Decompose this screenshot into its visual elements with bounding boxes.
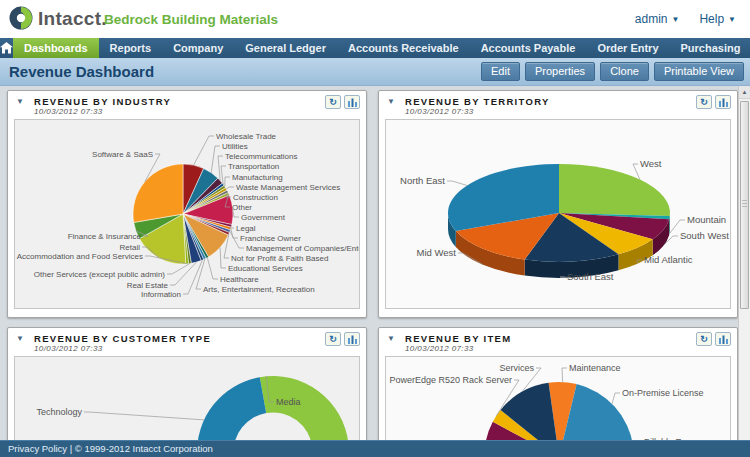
panel-timestamp: 10/03/2012 07:33 — [405, 107, 474, 116]
panel-title: REVENUE BY CUSTOMER TYPE — [34, 333, 211, 344]
panel-revenue-by-territory: ▼ REVENUE BY TERRITORY 10/03/2012 07:33 … — [378, 90, 738, 318]
svg-text:Waste Management Services: Waste Management Services — [236, 183, 340, 192]
page-scrollbar[interactable]: ▲ — [738, 86, 750, 440]
panel-title: REVENUE BY TERRITORY — [405, 96, 550, 107]
svg-text:Finance & Insurance: Finance & Insurance — [68, 232, 142, 241]
scrollbar-up-arrow-icon[interactable]: ▲ — [739, 86, 750, 99]
chart-revenue-by-customer-type[interactable]: MediaTechnology — [14, 356, 360, 446]
svg-text:Retail: Retail — [120, 243, 141, 252]
chart-revenue-by-industry[interactable]: Wholesale TradeUtilitiesTelecommunicatio… — [14, 119, 360, 309]
refresh-icon[interactable]: ↻ — [325, 95, 341, 109]
chevron-down-icon: ▼ — [671, 15, 679, 24]
panel-header: ▼ REVENUE BY TERRITORY 10/03/2012 07:33 … — [379, 91, 737, 119]
nav-tab-dashboards[interactable]: Dashboards — [13, 38, 99, 58]
nav-tab-reports[interactable]: Reports — [99, 38, 163, 58]
svg-text:Mountain: Mountain — [687, 214, 726, 225]
nav-tab-general-ledger[interactable]: General Ledger — [234, 38, 337, 58]
svg-text:Services: Services — [499, 363, 534, 373]
panel-revenue-by-item: ▼ REVENUE BY ITEM 10/03/2012 07:33 ↻ Mai… — [378, 327, 738, 457]
nav-tab-company[interactable]: Company — [162, 38, 234, 58]
edit-button[interactable]: Edit — [481, 62, 520, 81]
svg-text:North East: North East — [400, 175, 445, 186]
dashboard-content: ▼ REVENUE BY INDUSTRY 10/03/2012 07:33 ↻… — [0, 86, 750, 457]
svg-text:Transportation: Transportation — [228, 162, 279, 171]
svg-text:Not for Profit & Faith Based: Not for Profit & Faith Based — [231, 254, 328, 263]
refresh-icon[interactable]: ↻ — [325, 332, 341, 346]
refresh-icon[interactable]: ↻ — [696, 332, 712, 346]
svg-text:Accommodation and Food Service: Accommodation and Food Services — [17, 252, 143, 261]
help-menu[interactable]: Help▼ — [699, 12, 736, 26]
chart-revenue-by-item[interactable]: MaintenanceOn-Premise LicenseBillable Ex… — [385, 356, 731, 446]
panel-timestamp: 10/03/2012 07:33 — [34, 107, 103, 116]
svg-text:Maintenance: Maintenance — [569, 363, 621, 373]
intacct-logo-icon — [8, 5, 34, 31]
svg-text:Manufacturing: Manufacturing — [232, 173, 283, 182]
nav-tab-purchasing[interactable]: Purchasing — [670, 38, 750, 58]
svg-text:Media: Media — [276, 397, 301, 407]
chart-type-icon[interactable] — [715, 95, 731, 109]
nav-tabs: DashboardsReportsCompanyGeneral LedgerAc… — [13, 38, 750, 58]
app-header: Intacct. Bedrock Building Materials admi… — [0, 0, 750, 38]
printable-view-button[interactable]: Printable View — [654, 62, 744, 81]
svg-text:Construction: Construction — [233, 193, 278, 202]
panel-title: REVENUE BY INDUSTRY — [34, 96, 171, 107]
user-menu-label: admin — [635, 12, 668, 26]
svg-text:Telecommunications: Telecommunications — [225, 152, 297, 161]
svg-text:Government: Government — [241, 213, 286, 222]
svg-text:PowerEdge R520 Rack Server: PowerEdge R520 Rack Server — [389, 375, 512, 385]
svg-text:Real Estate: Real Estate — [127, 281, 169, 290]
chart-type-icon[interactable] — [344, 95, 360, 109]
svg-text:Arts, Entertainment, Recreatio: Arts, Entertainment, Recreation — [203, 285, 315, 294]
company-name: Bedrock Building Materials — [104, 12, 278, 27]
panel-collapse-icon[interactable]: ▼ — [387, 334, 395, 343]
panel-header: ▼ REVENUE BY CUSTOMER TYPE 10/03/2012 07… — [8, 328, 366, 356]
clone-button[interactable]: Clone — [600, 62, 649, 81]
properties-button[interactable]: Properties — [525, 62, 595, 81]
svg-text:Management of Companies/Enterp: Management of Companies/Enterpri — [246, 244, 360, 253]
svg-text:Utilities: Utilities — [222, 142, 248, 151]
scrollbar-thumb[interactable] — [740, 101, 749, 309]
home-icon — [0, 42, 13, 54]
app-footer: Privacy Policy | © 1999-2012 Intacct Cor… — [0, 440, 750, 457]
panel-header: ▼ REVENUE BY ITEM 10/03/2012 07:33 ↻ — [379, 328, 737, 356]
svg-text:South West: South West — [680, 230, 729, 241]
svg-text:South East: South East — [567, 271, 614, 282]
intacct-app-window: Intacct. Bedrock Building Materials admi… — [0, 0, 750, 457]
footer-text[interactable]: Privacy Policy | © 1999-2012 Intacct Cor… — [8, 443, 213, 454]
panel-revenue-by-customer-type: ▼ REVENUE BY CUSTOMER TYPE 10/03/2012 07… — [7, 327, 367, 457]
svg-text:Software & SaaS: Software & SaaS — [92, 150, 153, 159]
panel-revenue-by-industry: ▼ REVENUE BY INDUSTRY 10/03/2012 07:33 ↻… — [7, 90, 367, 318]
chart-revenue-by-territory[interactable]: WestMountainSouth WestMid AtlanticSouth … — [385, 119, 731, 309]
user-menu[interactable]: admin▼ — [635, 12, 680, 26]
nav-tab-accounts-payable[interactable]: Accounts Payable — [470, 38, 587, 58]
panel-collapse-icon[interactable]: ▼ — [16, 334, 24, 343]
main-nav: DashboardsReportsCompanyGeneral LedgerAc… — [0, 38, 750, 58]
svg-text:Other: Other — [232, 203, 252, 212]
svg-text:Other Services (except public: Other Services (except public admin) — [34, 270, 166, 279]
svg-text:On-Premise License: On-Premise License — [622, 388, 704, 398]
panel-collapse-icon[interactable]: ▼ — [387, 97, 395, 106]
chart-type-icon[interactable] — [715, 332, 731, 346]
svg-text:Information: Information — [141, 290, 181, 299]
chevron-down-icon: ▼ — [728, 15, 736, 24]
panel-timestamp: 10/03/2012 07:33 — [34, 344, 103, 353]
svg-text:Healthcare: Healthcare — [220, 275, 259, 284]
logo-wordmark: Intacct. — [38, 8, 107, 30]
svg-text:West: West — [640, 158, 662, 169]
svg-text:Mid Atlantic: Mid Atlantic — [644, 254, 693, 265]
svg-text:Mid West: Mid West — [417, 247, 457, 258]
chart-type-icon[interactable] — [344, 332, 360, 346]
refresh-icon[interactable]: ↻ — [696, 95, 712, 109]
svg-text:Franchise Owner: Franchise Owner — [240, 234, 301, 243]
nav-tab-accounts-receivable[interactable]: Accounts Receivable — [337, 38, 470, 58]
panel-collapse-icon[interactable]: ▼ — [16, 97, 24, 106]
svg-text:Legal: Legal — [236, 224, 256, 233]
svg-text:Wholesale Trade: Wholesale Trade — [216, 132, 277, 141]
panel-timestamp: 10/03/2012 07:33 — [405, 344, 474, 353]
help-menu-label: Help — [699, 12, 724, 26]
nav-tab-order-entry[interactable]: Order Entry — [586, 38, 669, 58]
home-button[interactable] — [0, 38, 13, 58]
panel-header: ▼ REVENUE BY INDUSTRY 10/03/2012 07:33 ↻ — [8, 91, 366, 119]
dashboard-title-bar: Revenue Dashboard EditPropertiesClonePri… — [0, 58, 750, 86]
page-title: Revenue Dashboard — [9, 63, 154, 80]
